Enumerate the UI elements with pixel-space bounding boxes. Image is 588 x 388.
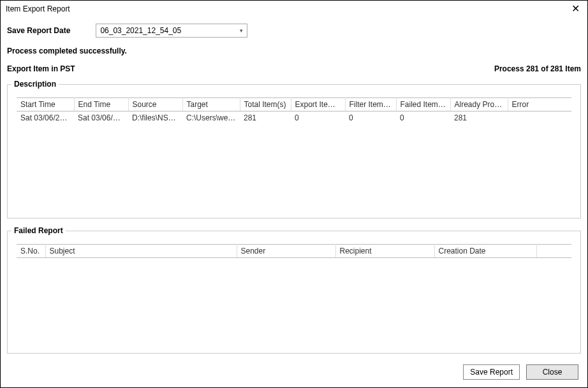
col-spacer xyxy=(536,245,571,258)
col-sno[interactable]: S.No. xyxy=(17,245,45,258)
window-title: Item Export Report xyxy=(6,4,70,13)
cell-source: D:\files\NSF\... xyxy=(128,111,182,125)
description-legend: Description xyxy=(11,80,59,89)
save-date-dropdown[interactable]: 06_03_2021_12_54_05 ▾ xyxy=(96,24,247,38)
table-header-row: Start Time End Time Source Target Total … xyxy=(17,98,571,111)
cell-start: Sat 03/06/2021... xyxy=(17,111,74,125)
col-start[interactable]: Start Time xyxy=(17,98,74,111)
status-message: Process completed successfully. xyxy=(7,47,581,55)
failed-table: S.No. Subject Sender Recipient Creation … xyxy=(17,244,571,258)
content-area: Save Report Date 06_03_2021_12_54_05 ▾ P… xyxy=(1,16,587,365)
col-target[interactable]: Target xyxy=(182,98,240,111)
failed-legend: Failed Report xyxy=(11,226,66,235)
export-label: Export Item in PST xyxy=(7,64,75,73)
save-date-row: Save Report Date 06_03_2021_12_54_05 ▾ xyxy=(7,24,581,38)
col-subject[interactable]: Subject xyxy=(45,245,237,258)
col-export[interactable]: Export Item(s) xyxy=(291,98,345,111)
cell-end: Sat 03/06/20... xyxy=(74,111,128,125)
save-report-button[interactable]: Save Report xyxy=(463,364,520,380)
col-source[interactable]: Source xyxy=(128,98,182,111)
save-date-label: Save Report Date xyxy=(7,26,70,35)
cell-target: C:\Users\welc... xyxy=(182,111,240,125)
col-already[interactable]: Already Proce... xyxy=(450,98,508,111)
export-row: Export Item in PST Process 281 of 281 It… xyxy=(7,64,581,73)
description-group: Description Start Time End Time Source T… xyxy=(7,80,581,219)
cell-error xyxy=(508,111,571,125)
cell-already: 281 xyxy=(450,111,508,125)
close-icon[interactable]: ✕ xyxy=(569,4,582,14)
col-failed[interactable]: Failed Item(s) xyxy=(396,98,450,111)
col-filter[interactable]: Filter Item(s) xyxy=(345,98,396,111)
col-recipient[interactable]: Recipient xyxy=(335,245,434,258)
description-table: Start Time End Time Source Target Total … xyxy=(17,97,571,124)
table-header-row: S.No. Subject Sender Recipient Creation … xyxy=(17,245,571,258)
failed-group: Failed Report S.No. Subject Sender Recip… xyxy=(7,226,581,354)
col-end[interactable]: End Time xyxy=(74,98,128,111)
cell-failed: 0 xyxy=(396,111,450,125)
button-row: Save Report Close xyxy=(463,364,578,380)
col-total[interactable]: Total Item(s) xyxy=(240,98,291,111)
cell-export: 0 xyxy=(291,111,345,125)
description-table-wrap: Start Time End Time Source Target Total … xyxy=(8,89,580,218)
col-creation[interactable]: Creation Date xyxy=(434,245,536,258)
table-row[interactable]: Sat 03/06/2021... Sat 03/06/20... D:\fil… xyxy=(17,111,571,125)
titlebar: Item Export Report ✕ xyxy=(1,1,587,16)
col-error[interactable]: Error xyxy=(508,98,571,111)
save-date-value: 06_03_2021_12_54_05 xyxy=(100,26,181,35)
col-sender[interactable]: Sender xyxy=(237,245,335,258)
cell-total: 281 xyxy=(240,111,291,125)
cell-filter: 0 xyxy=(345,111,396,125)
chevron-down-icon: ▾ xyxy=(240,27,243,34)
close-button[interactable]: Close xyxy=(526,364,578,380)
progress-text: Process 281 of 281 Item xyxy=(494,64,581,73)
failed-table-wrap: S.No. Subject Sender Recipient Creation … xyxy=(8,235,580,353)
